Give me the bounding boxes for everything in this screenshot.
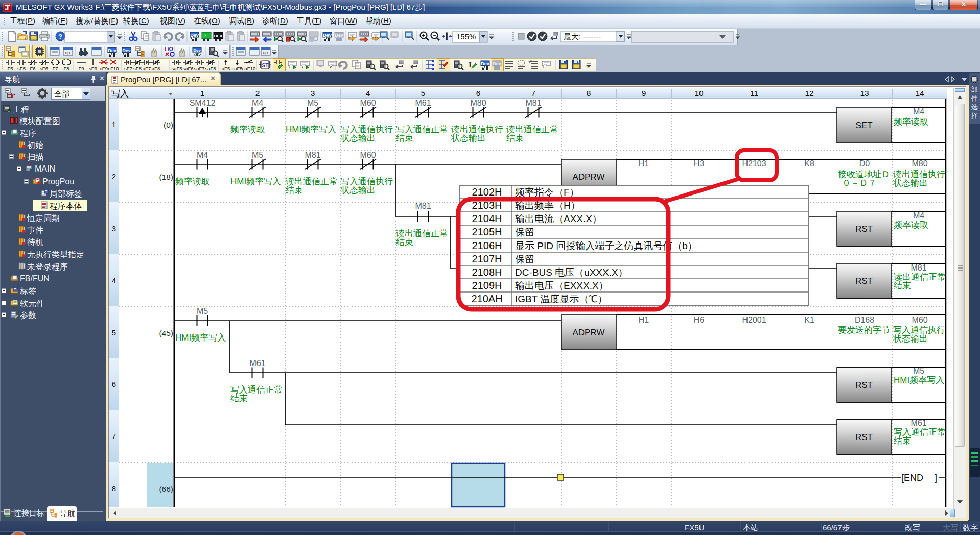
svg-text:频率读取: 频率读取 bbox=[894, 117, 928, 127]
svg-text:H3: H3 bbox=[694, 159, 705, 168]
svg-text:M80: M80 bbox=[912, 159, 927, 168]
svg-text:2104H: 2104H bbox=[472, 213, 502, 224]
svg-text:cF9: cF9 bbox=[100, 66, 108, 71]
svg-text:2108H: 2108H bbox=[472, 266, 502, 278]
svg-text:结束: 结束 bbox=[230, 394, 248, 403]
svg-text:7: 7 bbox=[112, 432, 116, 441]
svg-text:M4: M4 bbox=[913, 107, 924, 116]
svg-text:结束: 结束 bbox=[396, 133, 413, 143]
svg-text:aF5: aF5 bbox=[222, 66, 230, 71]
svg-text:M81: M81 bbox=[911, 263, 926, 272]
svg-text:caF5: caF5 bbox=[231, 66, 242, 71]
svg-text:M5: M5 bbox=[252, 151, 263, 159]
svg-text:K8: K8 bbox=[804, 159, 814, 168]
svg-text:频率指令（F）: 频率指令（F） bbox=[515, 187, 579, 198]
svg-text:caF10: caF10 bbox=[242, 66, 255, 71]
svg-text:(66): (66) bbox=[159, 484, 173, 493]
svg-text:F5: F5 bbox=[7, 66, 13, 71]
svg-text:5: 5 bbox=[112, 328, 116, 337]
svg-text:6: 6 bbox=[112, 380, 116, 388]
svg-text:M4: M4 bbox=[252, 99, 263, 107]
svg-text:HMI频率写入: HMI频率写入 bbox=[175, 333, 226, 343]
svg-text:M5: M5 bbox=[307, 99, 318, 107]
svg-text:F7: F7 bbox=[52, 66, 58, 71]
svg-text:结束: 结束 bbox=[894, 281, 911, 290]
svg-text:SM412: SM412 bbox=[190, 99, 216, 107]
svg-text:2102H: 2102H bbox=[472, 186, 502, 198]
svg-text:8: 8 bbox=[587, 89, 591, 98]
svg-text:输出频率（H）: 输出频率（H） bbox=[515, 200, 580, 211]
svg-text:RST: RST bbox=[855, 380, 873, 390]
svg-text:9: 9 bbox=[642, 89, 646, 98]
svg-text:IGBT 温度显示（℃）: IGBT 温度显示（℃） bbox=[515, 294, 608, 304]
svg-text:H1: H1 bbox=[639, 159, 649, 168]
svg-text:M61: M61 bbox=[415, 99, 431, 107]
svg-text:2106H: 2106H bbox=[472, 240, 502, 251]
svg-text:M61: M61 bbox=[249, 359, 265, 368]
svg-text:结束: 结束 bbox=[506, 133, 524, 143]
svg-text:sF5: sF5 bbox=[17, 66, 26, 71]
svg-text:aF7: aF7 bbox=[143, 66, 151, 71]
svg-text:状态输出: 状态输出 bbox=[340, 133, 376, 143]
svg-text:状态输出: 状态输出 bbox=[340, 185, 376, 195]
svg-text:14: 14 bbox=[915, 89, 924, 98]
svg-text:M60: M60 bbox=[360, 99, 376, 107]
svg-text:输出电流（AXX.X）: 输出电流（AXX.X） bbox=[515, 213, 602, 224]
svg-text:要发送的字节: 要发送的字节 bbox=[838, 325, 890, 335]
svg-text:０－Ｄ７: ０－Ｄ７ bbox=[842, 178, 877, 188]
svg-text:ADPRW: ADPRW bbox=[573, 172, 605, 182]
svg-text:H2103: H2103 bbox=[742, 159, 766, 168]
svg-text:M4: M4 bbox=[913, 211, 924, 220]
svg-text:写入: 写入 bbox=[111, 89, 129, 99]
svg-text:结束: 结束 bbox=[396, 237, 413, 247]
svg-text:M60: M60 bbox=[912, 315, 927, 324]
svg-text:3: 3 bbox=[112, 224, 116, 233]
svg-text:M5: M5 bbox=[913, 367, 924, 375]
svg-text:3: 3 bbox=[311, 89, 315, 98]
svg-text:M81: M81 bbox=[525, 99, 541, 107]
svg-text:输出电压（EXXX.X）: 输出电压（EXXX.X） bbox=[515, 280, 609, 291]
svg-text:6: 6 bbox=[476, 89, 481, 98]
svg-text:M80: M80 bbox=[470, 99, 486, 107]
svg-text:155%: 155% bbox=[456, 32, 476, 41]
svg-text:13: 13 bbox=[860, 89, 869, 98]
svg-text:HMI频率写入: HMI频率写入 bbox=[230, 177, 281, 186]
svg-text:RST: RST bbox=[855, 276, 873, 286]
svg-text:saF6: saF6 bbox=[182, 66, 193, 71]
svg-text:最大: -------: 最大: ------- bbox=[564, 32, 601, 41]
svg-text:K1: K1 bbox=[804, 315, 814, 324]
svg-text:4: 4 bbox=[366, 89, 370, 98]
svg-text:频率读取: 频率读取 bbox=[894, 220, 928, 230]
svg-text:10: 10 bbox=[694, 89, 704, 98]
svg-text:HMI频率写入: HMI频率写入 bbox=[894, 375, 944, 385]
svg-text:sF7: sF7 bbox=[124, 66, 132, 71]
svg-text:状态输出: 状态输出 bbox=[451, 133, 486, 143]
svg-text:结束: 结束 bbox=[286, 185, 303, 195]
svg-text:状态输出: 状态输出 bbox=[893, 334, 928, 344]
svg-text:2109H: 2109H bbox=[472, 280, 502, 291]
svg-text:M81: M81 bbox=[415, 202, 431, 210]
svg-text:M60: M60 bbox=[360, 151, 376, 159]
svg-text:sF6: sF6 bbox=[40, 66, 48, 71]
svg-text:ADPRW: ADPRW bbox=[573, 328, 605, 337]
svg-text:DC-BUS 电压（uXXX.X）: DC-BUS 电压（uXXX.X） bbox=[515, 267, 628, 278]
svg-text:M81: M81 bbox=[305, 151, 320, 159]
svg-text:F9: F9 bbox=[78, 66, 84, 71]
svg-text:saF7: saF7 bbox=[194, 66, 204, 71]
svg-text:频率读取: 频率读取 bbox=[175, 177, 210, 186]
svg-text:210AH: 210AH bbox=[471, 293, 502, 304]
svg-text:RST: RST bbox=[855, 224, 873, 234]
svg-text:F6: F6 bbox=[30, 66, 35, 71]
svg-text:1: 1 bbox=[200, 89, 205, 98]
svg-text:2: 2 bbox=[255, 89, 260, 98]
svg-text:M4: M4 bbox=[197, 151, 208, 159]
svg-text:HMI频率写入: HMI频率写入 bbox=[286, 125, 336, 134]
svg-text:SET: SET bbox=[855, 120, 872, 130]
svg-text:4: 4 bbox=[112, 276, 116, 285]
svg-text:(45): (45) bbox=[159, 329, 173, 337]
svg-text:8: 8 bbox=[112, 484, 116, 493]
svg-text:H2001: H2001 bbox=[742, 315, 766, 324]
svg-text:7: 7 bbox=[531, 89, 536, 98]
svg-text:保留: 保留 bbox=[515, 254, 534, 264]
svg-text:(0): (0) bbox=[164, 120, 173, 129]
